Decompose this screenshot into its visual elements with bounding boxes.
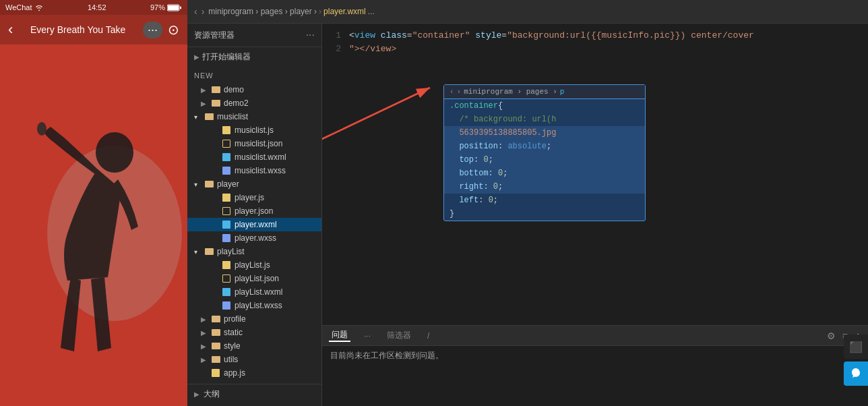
tree-label-player-wxss: player.wxss xyxy=(235,233,276,243)
tree-item-static[interactable]: ▶ static xyxy=(187,326,321,339)
svg-rect-1 xyxy=(168,5,179,10)
tree-label-playlist: playList xyxy=(217,247,245,256)
svg-point-5 xyxy=(37,122,46,136)
json-icon-musiclist xyxy=(221,138,232,149)
back-nav-icon[interactable]: ‹ xyxy=(194,6,197,17)
line-number-1: 1 xyxy=(322,29,349,42)
explorer-dots[interactable]: ··· xyxy=(306,29,315,41)
tree-item-player-wxml[interactable]: player.wxml xyxy=(187,218,321,231)
folder-icon-demo xyxy=(210,84,221,95)
tree-label-style: style xyxy=(224,341,241,351)
folder-arrow-playlist: ▾ xyxy=(194,248,204,256)
folder-icon-musiclist xyxy=(204,111,214,122)
tree-label-app-js: app.js xyxy=(224,368,245,378)
tab-filter[interactable]: 筛选器 xyxy=(384,330,414,341)
breadcrumb-file: player.wxml xyxy=(323,7,366,16)
svg-point-4 xyxy=(96,132,133,173)
tree-item-musiclist-js[interactable]: musiclist.js xyxy=(187,123,321,137)
ide-body: 资源管理器 ··· ▶ 打开始编辑器 NEW ▶ demo ▶ xyxy=(187,24,868,406)
tree-label-playlist-json: playList.json xyxy=(235,274,279,283)
status-left: WeChat xyxy=(5,3,44,11)
phone-simulator: WeChat 14:52 97% ‹ Every Breath You Take… xyxy=(0,0,187,406)
tree-item-profile[interactable]: ▶ profile xyxy=(187,312,321,326)
json-icon-player xyxy=(221,206,232,216)
extra-icon[interactable]: ⬛ xyxy=(844,335,868,359)
explorer-title: 资源管理器 xyxy=(194,30,235,41)
folder-arrow-profile: ▶ xyxy=(201,316,210,323)
wxss-icon-player xyxy=(221,233,232,243)
tree-item-style[interactable]: ▶ style xyxy=(187,339,321,353)
svg-rect-2 xyxy=(180,6,181,9)
tree-item-playlist-wxml[interactable]: playList.wxml xyxy=(187,285,321,299)
tree-item-musiclist-wxml[interactable]: musiclist.wxml xyxy=(187,150,321,164)
tree-label-musiclist-js: musiclist.js xyxy=(235,125,274,135)
line-content-2: "></view> xyxy=(349,42,396,56)
extra-icon-symbol: ⬛ xyxy=(849,341,863,353)
popup-file: p xyxy=(560,88,565,96)
expand-arrow-icon: ▶ xyxy=(194,53,199,61)
filter-icon[interactable]: ⚙ xyxy=(827,330,836,341)
tree-item-playlist[interactable]: ▾ playList xyxy=(187,245,321,258)
wxss-icon-musiclist xyxy=(221,165,232,176)
folder-arrow-player: ▾ xyxy=(194,181,204,188)
css-line-bg-url: 5639395138885805.jpg xyxy=(444,126,645,140)
tree-item-playlist-js[interactable]: playList.js xyxy=(187,258,321,272)
tree-item-playlist-json[interactable]: playList.json xyxy=(187,272,321,285)
tree-item-player-json[interactable]: player.json xyxy=(187,204,321,218)
folder-arrow-utils: ▶ xyxy=(201,356,210,364)
tree-label-demo: demo xyxy=(224,85,244,94)
code-line-2: 2 "></view> xyxy=(322,42,868,56)
tree-item-musiclist[interactable]: ▾ musiclist xyxy=(187,110,321,123)
css-line-right: right: 0; xyxy=(444,180,645,194)
css-line-left: left: 0; xyxy=(444,194,645,207)
folder-arrow-musiclist: ▾ xyxy=(194,113,204,121)
tree-label-playlist-js: playList.js xyxy=(235,260,270,270)
more-icon[interactable]: ··· xyxy=(143,22,162,38)
js-icon-app xyxy=(210,368,221,378)
open-editor-button[interactable]: ▶ 打开始编辑器 xyxy=(187,47,321,67)
tree-label-musiclist-wxml: musiclist.wxml xyxy=(235,152,286,162)
tab-problems[interactable]: 问题 xyxy=(329,329,350,342)
popup-fwd-icon: › xyxy=(457,88,462,96)
tree-label-player: player xyxy=(217,179,239,189)
tree-item-playlist-wxss[interactable]: playList.wxss xyxy=(187,299,321,312)
tree-label-musiclist-json: musiclist.json xyxy=(235,139,282,148)
battery-icon xyxy=(167,4,182,11)
new-label: NEW xyxy=(194,71,214,80)
carrier-label: WeChat xyxy=(5,3,32,11)
tree-item-player-wxss[interactable]: player.wxss xyxy=(187,231,321,245)
folder-icon-style xyxy=(210,341,221,351)
time-label: 14:52 xyxy=(88,3,106,11)
tree-item-musiclist-json[interactable]: musiclist.json xyxy=(187,137,321,150)
css-line-bottom: bottom: 0; xyxy=(444,167,645,180)
json-icon-playlist xyxy=(221,273,232,284)
tree-item-demo[interactable]: ▶ demo xyxy=(187,83,321,96)
tab-slash[interactable]: / xyxy=(425,331,432,341)
forward-nav-icon[interactable]: › xyxy=(202,6,205,17)
outline-header[interactable]: ▶ 大纲 xyxy=(194,388,315,400)
wifi-icon xyxy=(34,4,44,11)
css-line-position: position: absolute; xyxy=(444,140,645,153)
tree-item-demo2[interactable]: ▶ demo2 xyxy=(187,96,321,110)
back-arrow-icon[interactable]: ‹ xyxy=(8,21,13,38)
no-problems-message: 目前尚未在工作区检测到问题。 xyxy=(330,351,443,360)
tree-label-playlist-wxml: playList.wxml xyxy=(235,287,282,297)
tree-label-musiclist-wxss: musiclist.wxss xyxy=(235,166,286,175)
bottom-tabs-left: 问题 ··· 筛选器 / xyxy=(329,329,432,342)
phone-status-bar: WeChat 14:52 97% xyxy=(0,0,187,15)
folder-arrow-demo2: ▶ xyxy=(201,100,210,107)
tree-item-player-js[interactable]: player.js xyxy=(187,191,321,204)
css-popup: ‹ › miniprogram › pages › p .container{ … xyxy=(443,84,646,221)
outline-arrow-icon: ▶ xyxy=(194,390,199,398)
tree-item-player[interactable]: ▾ player xyxy=(187,177,321,191)
tree-item-app-js[interactable]: app.js xyxy=(187,366,321,380)
tree-item-utils[interactable]: ▶ utils xyxy=(187,353,321,366)
qq-icon[interactable] xyxy=(844,361,868,386)
toggle-icon[interactable]: ⊙ xyxy=(168,22,179,38)
tree-item-musiclist-wxss[interactable]: musiclist.wxss xyxy=(187,164,321,177)
folder-icon-static xyxy=(210,327,221,338)
status-right: 97% xyxy=(150,3,182,11)
bottom-tabs: 问题 ··· 筛选器 / ⚙ ≡ ∧ xyxy=(322,326,868,346)
tab-dots[interactable]: ··· xyxy=(361,331,373,341)
css-popup-header: ‹ › miniprogram › pages › p xyxy=(444,85,645,99)
